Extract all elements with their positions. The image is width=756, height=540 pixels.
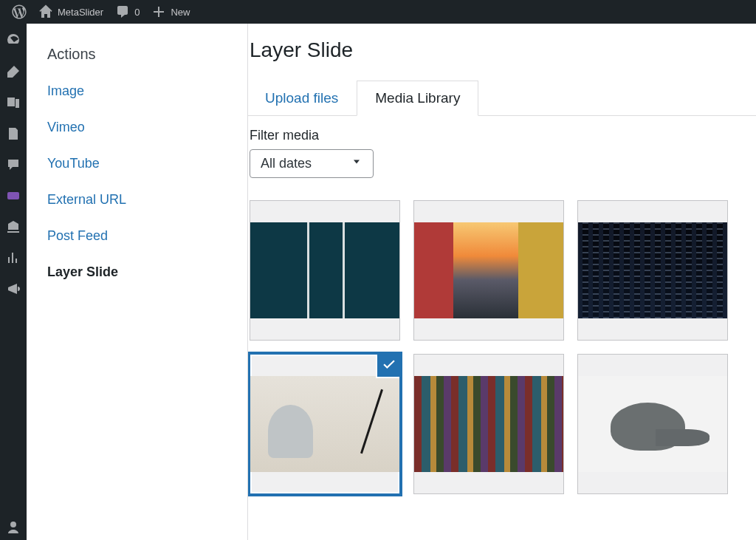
wp-admin-bar: MetaSlider 0 New (0, 0, 756, 24)
menu-analytics[interactable] (1, 245, 26, 270)
svg-rect-0 (7, 192, 19, 199)
menu-users[interactable] (1, 515, 26, 540)
comments-count: 0 (134, 7, 140, 18)
site-name-text: MetaSlider (58, 7, 103, 18)
action-image[interactable]: Image (47, 83, 227, 99)
date-filter-select[interactable]: All dates (250, 149, 374, 178)
page-title: Layer Slide (248, 38, 756, 80)
media-item[interactable] (577, 200, 728, 341)
wp-logo[interactable] (6, 0, 32, 24)
filter-media-label: Filter media (250, 128, 756, 143)
media-thumbnail (250, 376, 399, 472)
comments-link[interactable]: 0 (109, 0, 145, 24)
site-name-link[interactable]: MetaSlider (32, 0, 109, 24)
actions-sidebar: Actions Image Vimeo YouTube External URL… (27, 24, 248, 540)
selected-check-icon[interactable] (376, 354, 400, 378)
menu-media[interactable] (1, 90, 26, 115)
menu-dashboard[interactable] (1, 28, 26, 53)
media-main: Layer Slide Upload files Media Library F… (248, 24, 756, 540)
wp-admin-menu (0, 24, 27, 540)
action-layer-slide[interactable]: Layer Slide (47, 264, 227, 280)
comment-icon (115, 4, 130, 19)
menu-pages[interactable] (1, 121, 26, 146)
date-filter-value: All dates (261, 156, 312, 171)
tab-upload-files[interactable]: Upload files (248, 81, 357, 116)
media-thumbnail (250, 222, 399, 318)
media-thumbnail (414, 376, 563, 472)
media-modal: Actions Image Vimeo YouTube External URL… (27, 24, 756, 540)
media-item[interactable] (250, 200, 400, 341)
media-thumbnail (414, 222, 563, 318)
action-post-feed[interactable]: Post Feed (47, 228, 227, 244)
media-thumbnail (578, 376, 727, 472)
plus-icon (151, 4, 166, 19)
media-item[interactable] (577, 354, 728, 494)
wordpress-icon (12, 4, 27, 19)
action-external-url[interactable]: External URL (47, 192, 227, 208)
menu-marketing[interactable] (1, 276, 26, 301)
new-content-link[interactable]: New (145, 0, 196, 24)
chevron-down-icon (351, 156, 362, 171)
menu-comments[interactable] (1, 152, 26, 177)
actions-heading: Actions (47, 46, 227, 63)
media-thumbnail (578, 222, 727, 318)
menu-posts[interactable] (1, 59, 26, 84)
new-label: New (171, 7, 190, 18)
media-item[interactable] (413, 200, 564, 341)
media-tabs: Upload files Media Library (248, 80, 756, 116)
filter-area: Filter media All dates (248, 116, 756, 178)
menu-appearance[interactable] (1, 214, 26, 239)
action-youtube[interactable]: YouTube (47, 156, 227, 171)
action-vimeo[interactable]: Vimeo (47, 120, 227, 135)
media-item[interactable] (413, 354, 564, 494)
tab-media-library[interactable]: Media Library (357, 81, 478, 116)
menu-woocommerce[interactable] (1, 183, 26, 208)
media-grid (248, 178, 756, 494)
home-icon (38, 4, 53, 19)
media-item[interactable] (250, 354, 400, 494)
